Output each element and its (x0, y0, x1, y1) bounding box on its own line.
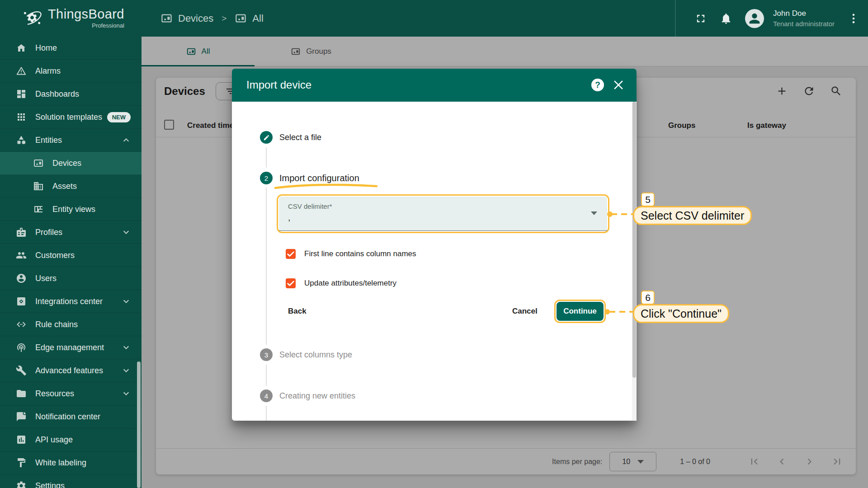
devices-icon (160, 12, 173, 24)
customers-icon (16, 250, 27, 261)
sidebar-item-label: Resources (35, 389, 74, 399)
sidebar-item-users[interactable]: Users (0, 267, 142, 290)
step-number: 2 (260, 172, 273, 184)
dialog-header: Import device ? (232, 69, 637, 102)
sidebar-item-label: Notification center (35, 412, 100, 422)
edit-icon (263, 134, 270, 141)
white-labeling-icon (16, 457, 27, 468)
breadcrumb: Devices > All (160, 0, 264, 37)
profiles-icon (16, 227, 27, 238)
notifications-bell-icon[interactable] (720, 12, 732, 25)
sidebar-item-label: White labeling (35, 458, 86, 468)
checkbox-label: First line contains column names (304, 249, 416, 258)
notification-icon (16, 411, 27, 422)
breadcrumb-label: All (252, 13, 263, 24)
sidebar-item-dashboards[interactable]: Dashboards (0, 83, 142, 106)
sidebar-item-edge-management[interactable]: Edge management (0, 336, 142, 359)
sidebar-item-label: Profiles (35, 228, 62, 237)
sidebar-item-settings[interactable]: Settings (0, 474, 142, 488)
assets-icon (33, 181, 44, 192)
csv-delimiter-label: CSV delimiter* (288, 202, 332, 210)
breadcrumb-all[interactable]: All (235, 12, 263, 24)
sidebar-item-assets[interactable]: Assets (0, 175, 142, 198)
new-badge: NEW (107, 112, 131, 122)
checkbox-update-attributes-telemetry[interactable]: Update attributes/telemetry (286, 278, 396, 288)
checked-checkbox-icon (286, 278, 296, 288)
dialog-scrollbar-thumb[interactable] (632, 102, 636, 378)
sidebar-item-label: Dashboards (35, 89, 79, 99)
user-role: Tenant administrator (773, 20, 835, 28)
api-usage-icon (16, 434, 27, 445)
solution-templates-icon (16, 112, 27, 122)
breadcrumb-label: Devices (178, 13, 213, 24)
annotation-click-continue: Click "Continue" (633, 304, 729, 323)
step-select-a-file[interactable]: Select a file (260, 131, 321, 144)
sidebar-item-notification-center[interactable]: Notification center (0, 405, 142, 428)
dialog-title: Import device (246, 79, 311, 91)
advanced-icon (16, 365, 27, 376)
thingsboard-gear-logo-icon (21, 7, 43, 29)
dashboards-icon (16, 89, 27, 99)
csv-delimiter-select[interactable]: CSV delimiter* , (279, 197, 607, 231)
cancel-button[interactable]: Cancel (512, 307, 538, 316)
breadcrumb-separator: > (222, 14, 226, 23)
user-name: John Doe (773, 9, 835, 18)
sidebar-item-rule-chains[interactable]: Rule chains (0, 313, 142, 336)
sidebar-item-label: Alarms (35, 66, 61, 76)
sidebar-item-integrations-center[interactable]: Integrations center (0, 290, 142, 313)
users-icon (16, 273, 27, 284)
sidebar-item-label: Users (35, 274, 57, 283)
sidebar-item-advanced-features[interactable]: Advanced features (0, 359, 142, 382)
checkbox-first-line-contains-column-names[interactable]: First line contains column names (286, 249, 416, 259)
avatar[interactable] (745, 9, 764, 28)
sidebar-scrollbar[interactable] (137, 361, 141, 488)
back-button[interactable]: Back (288, 307, 307, 316)
annotation-underline (274, 183, 378, 190)
sidebar-item-label: Assets (52, 182, 77, 191)
sidebar-item-api-usage[interactable]: API usage (0, 428, 142, 451)
sidebar-item-resources[interactable]: Resources (0, 382, 142, 405)
step-connector (266, 188, 267, 345)
fullscreen-icon[interactable] (694, 12, 707, 25)
sidebar-item-devices[interactable]: Devices (0, 152, 142, 175)
import-device-dialog: Import device ? Select a file 2 Import c… (232, 69, 637, 421)
devices-icon (33, 158, 44, 169)
annotation-step-number: 5 (641, 192, 655, 206)
app-root: ThingsBoard Professional Devices > All (0, 0, 868, 488)
sidebar-item-profiles[interactable]: Profiles (0, 221, 142, 244)
app-logo[interactable]: ThingsBoard Professional (21, 7, 124, 29)
sidebar-item-entities[interactable]: Entities (0, 129, 142, 152)
annotation-dashed-line (609, 311, 634, 313)
top-header: ThingsBoard Professional Devices > All (0, 0, 868, 37)
step-label: Creating new entities (279, 391, 355, 401)
close-icon[interactable] (612, 79, 625, 91)
person-icon (747, 11, 762, 26)
logo-text-block: ThingsBoard Professional (48, 7, 124, 29)
app-name: ThingsBoard (48, 7, 124, 22)
sidebar-item-home[interactable]: Home (0, 37, 142, 60)
devices-icon (235, 12, 247, 24)
kebab-menu-icon[interactable] (847, 12, 860, 25)
sidebar-item-label: Devices (52, 159, 81, 168)
breadcrumb-devices[interactable]: Devices (160, 12, 213, 24)
checked-checkbox-icon (286, 249, 296, 259)
sidebar-item-alarms[interactable]: Alarms (0, 60, 142, 83)
step-label: Select columns type (279, 350, 352, 360)
sidebar-item-label: Edge management (35, 343, 104, 352)
sidebar-item-customers[interactable]: Customers (0, 244, 142, 267)
edge-icon (16, 342, 27, 353)
continue-button[interactable]: Continue (557, 302, 604, 321)
help-button[interactable]: ? (591, 79, 604, 91)
header-divider (675, 0, 676, 37)
chevron-down-icon (121, 342, 132, 353)
chevron-down-icon (121, 227, 132, 238)
sidebar-item-white-labeling[interactable]: White labeling (0, 451, 142, 474)
step-label: Import configuration (279, 173, 359, 183)
chevron-down-icon (121, 388, 132, 399)
user-menu[interactable]: John Doe Tenant administrator (773, 9, 835, 28)
csv-delimiter-value: , (288, 213, 290, 223)
sidebar-item-solution-templates[interactable]: Solution templatesNEW (0, 106, 142, 129)
sidebar-item-entity-views[interactable]: Entity views (0, 198, 142, 221)
step-number: 3 (260, 348, 273, 361)
step-label: Select a file (279, 133, 321, 142)
